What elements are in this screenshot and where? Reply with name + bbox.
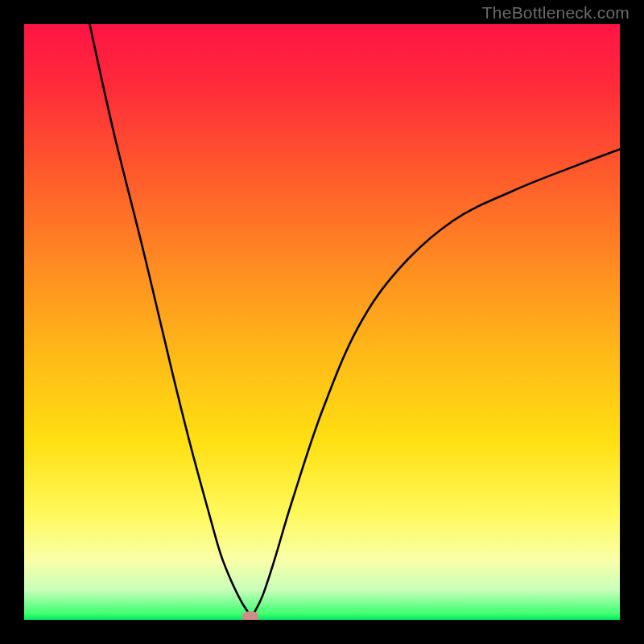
curve-right-branch <box>254 149 620 613</box>
plot-area <box>24 24 620 620</box>
watermark-text: TheBottleneck.com <box>482 3 630 23</box>
optimum-marker <box>242 612 258 620</box>
bottleneck-curve <box>24 24 620 620</box>
curve-left-branch <box>89 24 249 614</box>
chart-frame: TheBottleneck.com <box>0 0 644 644</box>
